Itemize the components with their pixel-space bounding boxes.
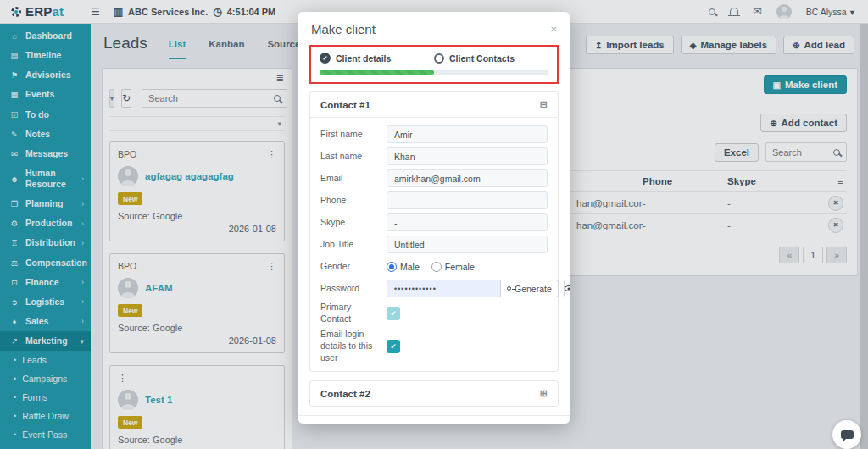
gender-female-radio[interactable] <box>431 262 442 272</box>
key-icon <box>507 286 511 291</box>
email-login-label: Email login details to this user <box>320 329 381 363</box>
stepper-progress-fill <box>320 70 434 75</box>
first-name-field[interactable] <box>387 125 548 143</box>
modal-footer: ✖ Close ← Previous ✔ Save <box>298 415 570 424</box>
skype-label: Skype <box>320 217 381 229</box>
job-title-field[interactable] <box>387 236 548 253</box>
email-login-checkbox[interactable]: ✔ <box>387 340 400 353</box>
stepper-progress-track <box>320 70 548 75</box>
email-field[interactable] <box>387 169 548 187</box>
step-client-details[interactable]: ✔ Client details <box>320 53 434 64</box>
phone-label: Phone <box>320 195 381 207</box>
password-label: Password <box>320 283 381 295</box>
primary-contact-checkbox[interactable]: ✔ <box>387 307 400 320</box>
gender-female-label: Female <box>445 262 475 272</box>
last-name-label: Last name <box>320 151 381 163</box>
gender-label: Gender <box>320 261 381 273</box>
skype-field[interactable] <box>387 213 548 231</box>
show-password-button[interactable] <box>564 280 570 297</box>
first-name-label: First name <box>320 129 381 141</box>
check-circle-icon: ✔ <box>320 53 331 64</box>
job-title-label: Job Title <box>320 239 381 251</box>
modal-title: Make client <box>311 22 376 36</box>
contact-1-section: Contact #1 ⊟ First name Last name Email … <box>309 91 559 372</box>
contact-2-title: Contact #2 <box>320 389 370 399</box>
email-label: Email <box>320 173 381 185</box>
chat-bubble-icon <box>841 430 854 439</box>
gender-male-radio[interactable] <box>387 262 397 272</box>
primary-contact-label: Primary Contact <box>320 302 381 324</box>
chat-fab-button[interactable] <box>832 420 861 449</box>
contact-1-title: Contact #1 <box>320 100 370 110</box>
generate-password-button[interactable]: Generate <box>500 280 559 297</box>
last-name-field[interactable] <box>387 147 548 165</box>
phone-field[interactable] <box>387 191 548 209</box>
stepper-highlight-box: ✔ Client details Client Contacts <box>309 45 559 84</box>
step-client-contacts[interactable]: Client Contacts <box>434 53 548 64</box>
app-window: ERPat ☰ ▥ ABC Services Inc. ◷ 4:51:04 PM… <box>0 0 868 449</box>
empty-circle-icon <box>434 53 444 64</box>
eye-icon <box>565 285 570 291</box>
gender-male-label: Male <box>400 262 420 272</box>
expand-icon[interactable]: ⊞ <box>540 388 548 399</box>
contact-2-section: Contact #2 ⊞ <box>309 380 559 407</box>
make-client-modal: Make client × ✔ Client details Client Co… <box>298 12 570 424</box>
close-icon[interactable]: × <box>550 23 557 36</box>
password-field[interactable] <box>387 280 500 297</box>
collapse-icon[interactable]: ⊟ <box>540 99 548 110</box>
